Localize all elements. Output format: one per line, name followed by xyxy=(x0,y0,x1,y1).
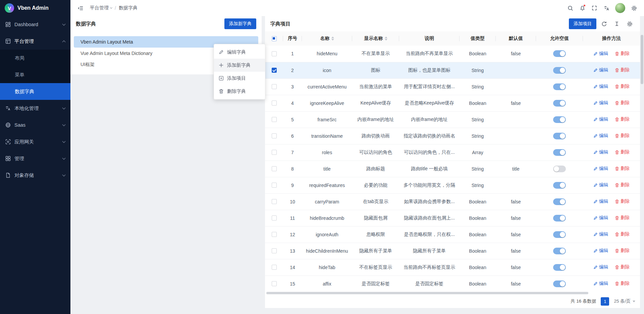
add-dictionary-button[interactable]: 添加新字典 xyxy=(224,18,257,29)
nullable-toggle[interactable] xyxy=(553,231,566,238)
menu-fold-icon[interactable] xyxy=(75,3,86,13)
sidebar-item-gateway[interactable]: 应用网关 xyxy=(0,133,70,150)
delete-button[interactable]: 删除 xyxy=(615,215,630,221)
delete-button[interactable]: 删除 xyxy=(615,149,630,155)
horizontal-scrollbar[interactable] xyxy=(266,291,637,295)
page-size-select[interactable]: 25 条/页 xyxy=(614,298,635,304)
nullable-toggle[interactable] xyxy=(553,166,566,172)
context-menu-item-edit-dictionary[interactable]: 编辑字典 xyxy=(214,46,265,59)
edit-button[interactable]: 编辑 xyxy=(593,198,608,204)
sidebar-item-data-dictionary[interactable]: 数据字典 xyxy=(0,83,70,100)
nullable-toggle[interactable] xyxy=(553,133,566,139)
nullable-toggle[interactable] xyxy=(553,215,566,222)
edit-button[interactable]: 编辑 xyxy=(593,100,608,106)
edit-button[interactable]: 编辑 xyxy=(593,133,608,139)
sort-icons[interactable] xyxy=(331,37,334,41)
row-checkbox[interactable] xyxy=(272,133,277,138)
delete-button[interactable]: 删除 xyxy=(615,248,630,254)
sidebar-item-dashboard[interactable]: Dashboard xyxy=(0,16,70,33)
nullable-toggle[interactable] xyxy=(553,116,566,123)
nullable-toggle[interactable] xyxy=(553,182,566,189)
breadcrumb-item-data-dictionary[interactable]: 数据字典 xyxy=(119,5,138,11)
row-checkbox[interactable] xyxy=(272,166,277,171)
delete-button[interactable]: 删除 xyxy=(615,83,630,89)
row-checkbox[interactable] xyxy=(272,265,277,270)
delete-button[interactable]: 删除 xyxy=(615,198,630,204)
delete-button[interactable]: 删除 xyxy=(615,67,630,73)
breadcrumb-item-platform[interactable]: 平台管理 xyxy=(90,5,112,11)
edit-button[interactable]: 编辑 xyxy=(593,67,608,73)
context-menu-item-delete-dictionary[interactable]: 删除字典 xyxy=(214,85,265,98)
row-checkbox[interactable] xyxy=(272,117,277,122)
row-checkbox[interactable] xyxy=(272,199,277,204)
cell-description: 是否忽略权限，只在权... xyxy=(399,226,460,243)
refresh-icon[interactable] xyxy=(599,19,609,29)
add-item-button[interactable]: 添加项目 xyxy=(569,18,596,29)
edit-button[interactable]: 编辑 xyxy=(593,182,608,188)
delete-button[interactable]: 删除 xyxy=(615,100,630,106)
nullable-toggle[interactable] xyxy=(553,198,566,205)
sidebar-item-menu[interactable]: 菜单 xyxy=(0,66,70,83)
sidebar-item-object-storage[interactable]: 对象存储 xyxy=(0,167,70,184)
row-checkbox[interactable] xyxy=(272,248,277,253)
nullable-toggle[interactable] xyxy=(553,280,566,287)
nullable-toggle[interactable] xyxy=(553,67,566,74)
context-menu-item-add-item[interactable]: 添加项目 xyxy=(214,72,265,85)
delete-button[interactable]: 删除 xyxy=(615,231,630,237)
row-checkbox[interactable] xyxy=(272,68,277,73)
delete-button[interactable]: 删除 xyxy=(615,166,630,172)
nullable-toggle[interactable] xyxy=(553,50,566,57)
page-vertical-scrollbar[interactable] xyxy=(641,35,643,84)
sidebar-item-saas[interactable]: Saas xyxy=(0,117,70,133)
row-checkbox[interactable] xyxy=(272,150,277,155)
row-checkbox[interactable] xyxy=(272,84,277,89)
row-checkbox[interactable] xyxy=(272,232,277,237)
delete-button[interactable]: 删除 xyxy=(615,133,630,139)
delete-button[interactable]: 删除 xyxy=(615,182,630,188)
table-settings-gear-icon[interactable] xyxy=(625,19,635,29)
select-all-checkbox[interactable] xyxy=(272,36,277,41)
edit-button[interactable]: 编辑 xyxy=(593,264,608,270)
row-checkbox[interactable] xyxy=(272,183,277,188)
edit-button[interactable]: 编辑 xyxy=(593,280,608,287)
nullable-toggle[interactable] xyxy=(553,248,566,254)
edit-button[interactable]: 编辑 xyxy=(593,51,608,57)
delete-button[interactable]: 删除 xyxy=(615,116,630,122)
horizontal-scrollbar-thumb[interactable] xyxy=(266,292,588,294)
translate-icon[interactable] xyxy=(601,3,612,13)
edit-button[interactable]: 编辑 xyxy=(593,166,608,172)
fullscreen-icon[interactable] xyxy=(589,3,600,13)
app-logo[interactable]: V Vben Admin xyxy=(0,0,70,16)
sidebar-item-localization[interactable]: 本地化管理 xyxy=(0,100,70,117)
row-height-icon[interactable] xyxy=(612,19,622,29)
sidebar-item-platform[interactable]: 平台管理 xyxy=(0,33,70,50)
edit-button[interactable]: 编辑 xyxy=(593,83,608,89)
delete-button[interactable]: 删除 xyxy=(615,280,630,287)
nullable-toggle[interactable] xyxy=(553,83,566,90)
user-avatar[interactable] xyxy=(615,3,625,13)
sidebar-item-layout[interactable]: 布局 xyxy=(0,50,70,66)
search-icon[interactable] xyxy=(565,3,576,13)
row-checkbox[interactable] xyxy=(272,51,277,56)
nullable-toggle[interactable] xyxy=(553,100,566,107)
row-checkbox[interactable] xyxy=(272,281,277,286)
row-checkbox[interactable] xyxy=(272,215,277,221)
gear-icon[interactable] xyxy=(629,3,639,13)
edit-button[interactable]: 编辑 xyxy=(593,215,608,221)
row-checkbox[interactable] xyxy=(272,101,277,106)
nullable-toggle[interactable] xyxy=(553,264,566,271)
page-number-button[interactable]: 1 xyxy=(601,297,609,306)
delete-button[interactable]: 删除 xyxy=(615,51,630,57)
cell-display-name: 可以访问的角色 xyxy=(352,144,399,161)
table-row: 1 hideMenu 不在菜单显示 当前路由不再菜单显示 Boolean fal… xyxy=(265,46,640,62)
edit-button[interactable]: 编辑 xyxy=(593,231,608,237)
edit-button[interactable]: 编辑 xyxy=(593,116,608,122)
sort-icons[interactable] xyxy=(385,37,387,41)
edit-button[interactable]: 编辑 xyxy=(593,149,608,155)
notification-bell-icon[interactable] xyxy=(577,3,588,13)
nullable-toggle[interactable] xyxy=(553,149,566,156)
delete-button[interactable]: 删除 xyxy=(615,264,630,270)
context-menu-item-add-dictionary[interactable]: 添加新字典 xyxy=(214,59,265,72)
edit-button[interactable]: 编辑 xyxy=(593,248,608,254)
sidebar-item-management[interactable]: 管理 xyxy=(0,150,70,167)
